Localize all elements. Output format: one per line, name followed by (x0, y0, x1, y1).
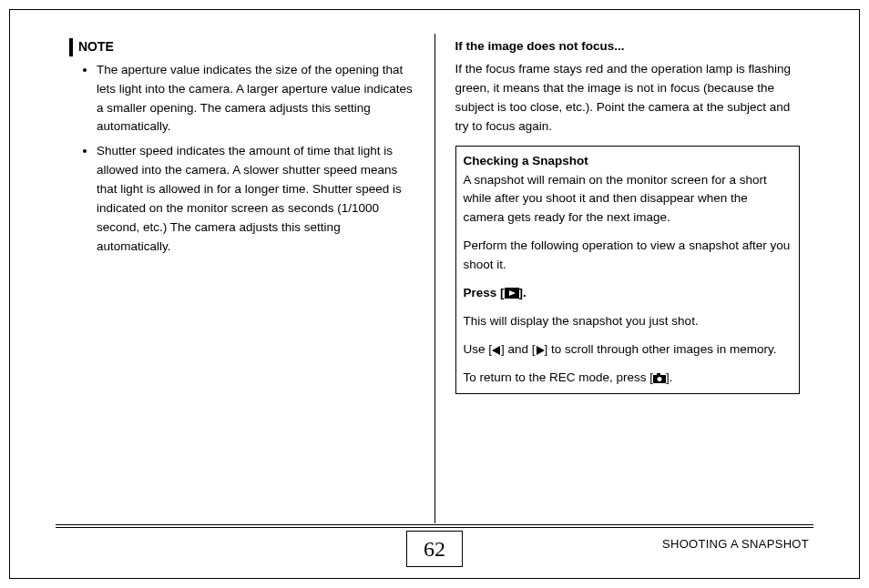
right-triangle-icon (536, 346, 545, 355)
box-p1: A snapshot will remain on the monitor sc… (464, 173, 767, 225)
p4-pre: Use [ (464, 342, 493, 356)
left-triangle-icon (492, 346, 501, 355)
p5-post: ]. (666, 370, 673, 384)
return-line: To return to the REC mode, press []. (464, 369, 792, 388)
note-list: The aperture value indicates the size of… (78, 61, 414, 257)
press-line: Press []. (464, 284, 792, 303)
note-bullet: Shutter speed indicates the amount of ti… (97, 142, 414, 257)
box-title: Checking a Snapshot (464, 154, 588, 167)
page-number: 62 (406, 531, 463, 567)
p4-post: ] to scroll through other images in memo… (545, 342, 777, 356)
svg-point-6 (658, 377, 662, 381)
footer-rule (56, 524, 813, 528)
box-p3: This will display the snapshot you just … (464, 312, 792, 331)
note-label: NOTE (78, 37, 114, 57)
box-intro: Checking a Snapshot A snapshot will rema… (464, 152, 792, 228)
section-title: SHOOTING A SNAPSHOT (662, 537, 809, 551)
svg-marker-2 (492, 346, 500, 355)
content-area: NOTE The aperture value indicates the si… (56, 37, 813, 523)
box-p2: Perform the following operation to view … (464, 237, 792, 275)
press-pre: Press [ (464, 286, 505, 299)
camera-icon (653, 373, 666, 383)
left-column: NOTE The aperture value indicates the si… (56, 37, 434, 523)
note-bullet: The aperture value indicates the size of… (97, 61, 414, 137)
press-post: ]. (519, 286, 527, 299)
play-rect-icon (505, 288, 519, 299)
p4-mid: ] and [ (501, 342, 536, 356)
page-frame: NOTE The aperture value indicates the si… (9, 9, 860, 579)
checking-snapshot-box: Checking a Snapshot A snapshot will rema… (455, 146, 801, 394)
svg-marker-3 (537, 346, 545, 355)
note-bar-icon (69, 38, 73, 56)
note-header: NOTE (69, 37, 414, 57)
p5-pre: To return to the REC mode, press [ (464, 370, 654, 384)
focus-heading: If the image does not focus... (455, 37, 801, 56)
focus-paragraph: If the focus frame stays red and the ope… (455, 60, 801, 137)
svg-rect-5 (657, 373, 660, 376)
scroll-line: Use [] and [] to scroll through other im… (464, 340, 792, 360)
right-column: If the image does not focus... If the fo… (435, 37, 814, 523)
